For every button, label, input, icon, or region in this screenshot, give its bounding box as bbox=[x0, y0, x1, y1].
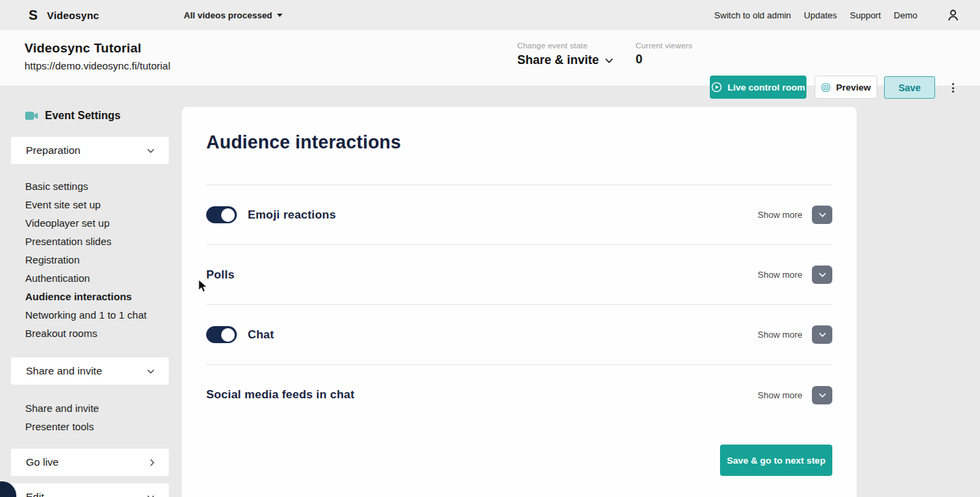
show-more-label[interactable]: Show more bbox=[757, 270, 802, 280]
current-viewers-value: 0 bbox=[636, 52, 693, 67]
feature-row-emoji-reactions: Emoji reactions Show more bbox=[206, 185, 832, 245]
feature-row-social-media-feeds: Social media feeds in chat Show more bbox=[206, 365, 832, 425]
section-edit[interactable]: Edit bbox=[11, 483, 169, 497]
preview-label: Preview bbox=[836, 82, 870, 93]
show-more-button[interactable] bbox=[812, 386, 832, 404]
save-button[interactable]: Save bbox=[884, 76, 935, 99]
chevron-down-icon bbox=[818, 272, 827, 278]
live-control-room-label: Live control room bbox=[728, 82, 805, 93]
show-more-label[interactable]: Show more bbox=[757, 390, 802, 400]
show-more-label[interactable]: Show more bbox=[757, 210, 802, 220]
link-switch-old-admin[interactable]: Switch to old admin bbox=[715, 10, 791, 20]
settings-sidebar: Event Settings Preparation Basic setting… bbox=[11, 110, 169, 497]
audience-interactions-panel: Audience interactions Emoji reactions Sh… bbox=[182, 107, 857, 497]
caret-down-icon bbox=[277, 14, 282, 17]
feature-row-chat: Chat Show more bbox=[206, 305, 832, 365]
preview-button[interactable]: Preview bbox=[815, 76, 877, 99]
page-title: Audience interactions bbox=[206, 107, 832, 153]
sidebar-item-networking-1to1-chat[interactable]: Networking and 1 to 1 chat bbox=[25, 306, 169, 324]
feature-label: Polls bbox=[206, 268, 235, 282]
section-edit-label: Edit bbox=[26, 491, 44, 497]
sidebar-item-breakout-rooms[interactable]: Breakout rooms bbox=[25, 324, 169, 342]
live-control-room-button[interactable]: Live control room bbox=[710, 76, 806, 99]
sidebar-title-label: Event Settings bbox=[45, 110, 120, 122]
event-head: Videosync Tutorial https://demo.videosyn… bbox=[24, 41, 170, 71]
more-options-kebab-icon[interactable] bbox=[947, 82, 959, 94]
sidebar-item-presenter-tools[interactable]: Presenter tools bbox=[25, 417, 169, 436]
sidebar-item-registration[interactable]: Registration bbox=[25, 251, 169, 269]
sidebar-item-videoplayer-set-up[interactable]: Videoplayer set up bbox=[25, 214, 169, 232]
section-go-live-label: Go live bbox=[26, 456, 59, 468]
event-state-dropdown[interactable]: Share & invite bbox=[517, 53, 614, 67]
video-status-label: All videos processed bbox=[184, 10, 272, 20]
section-preparation[interactable]: Preparation bbox=[11, 137, 169, 164]
sidebar-item-audience-interactions[interactable]: Audience interactions bbox=[25, 287, 169, 306]
link-updates[interactable]: Updates bbox=[804, 10, 836, 20]
chevron-down-icon bbox=[146, 148, 155, 154]
chevron-down-icon bbox=[818, 212, 827, 218]
play-circle-icon bbox=[711, 82, 722, 93]
sidebar-title: Event Settings bbox=[11, 110, 169, 122]
event-url[interactable]: https://demo.videosync.fi/tutorial bbox=[24, 60, 170, 71]
section-share-and-invite-label: Share and invite bbox=[26, 365, 102, 377]
chevron-down-icon bbox=[818, 392, 827, 398]
event-title: Videosync Tutorial bbox=[24, 41, 170, 56]
show-more-label[interactable]: Show more bbox=[757, 330, 802, 340]
event-state-value: Share & invite bbox=[517, 53, 599, 67]
chevron-down-icon bbox=[146, 494, 155, 497]
videosync-logo-icon: S bbox=[27, 7, 41, 22]
link-support[interactable]: Support bbox=[850, 10, 881, 20]
sidebar-item-presentation-slides[interactable]: Presentation slides bbox=[25, 232, 169, 251]
svg-text:S: S bbox=[29, 7, 37, 22]
event-header: Videosync Tutorial https://demo.videosyn… bbox=[0, 30, 980, 86]
toggle-knob bbox=[221, 328, 235, 342]
chevron-down-icon bbox=[818, 332, 827, 338]
sidebar-item-share-and-invite[interactable]: Share and invite bbox=[25, 399, 169, 417]
share-items: Share and invite Presenter tools bbox=[11, 399, 169, 436]
event-state-block: Change event state Share & invite bbox=[517, 42, 614, 67]
sidebar-item-event-site-set-up[interactable]: Event site set up bbox=[25, 195, 169, 214]
feature-label: Chat bbox=[248, 328, 274, 342]
show-more-button[interactable] bbox=[812, 325, 832, 344]
brand-name: Videosync bbox=[47, 10, 99, 21]
preparation-items: Basic settings Event site set up Videopl… bbox=[11, 177, 169, 342]
top-links: Switch to old admin Updates Support Demo bbox=[715, 9, 960, 22]
feature-row-polls: Polls Show more bbox=[206, 245, 832, 305]
save-and-next-button[interactable]: Save & go to next step bbox=[720, 445, 832, 476]
chevron-right-icon bbox=[149, 458, 155, 467]
top-bar: S Videosync All videos processed Switch … bbox=[0, 0, 980, 30]
emoji-reactions-toggle[interactable] bbox=[206, 206, 237, 223]
video-camera-icon bbox=[25, 111, 38, 121]
feature-label: Social media feeds in chat bbox=[206, 388, 355, 402]
show-more-button[interactable] bbox=[812, 266, 832, 284]
section-go-live[interactable]: Go live bbox=[11, 449, 169, 476]
chat-toggle[interactable] bbox=[206, 326, 237, 343]
event-state-label: Change event state bbox=[517, 42, 614, 50]
link-demo[interactable]: Demo bbox=[894, 10, 917, 20]
show-more-button[interactable] bbox=[812, 206, 832, 224]
preview-eye-icon bbox=[821, 82, 831, 93]
chevron-down-icon bbox=[146, 368, 155, 374]
current-viewers-block: Current viewers 0 bbox=[636, 42, 693, 67]
chevron-down-icon bbox=[604, 57, 614, 64]
section-share-and-invite[interactable]: Share and invite bbox=[11, 357, 169, 385]
current-viewers-label: Current viewers bbox=[636, 42, 693, 50]
sidebar-item-authentication[interactable]: Authentication bbox=[25, 269, 169, 287]
user-icon[interactable] bbox=[947, 9, 960, 22]
brand[interactable]: S Videosync bbox=[27, 7, 99, 22]
sidebar-item-basic-settings[interactable]: Basic settings bbox=[25, 177, 169, 195]
card-footer: Save & go to next step bbox=[206, 445, 832, 476]
toggle-knob bbox=[221, 208, 235, 222]
feature-label: Emoji reactions bbox=[248, 208, 336, 222]
video-status-dropdown[interactable]: All videos processed bbox=[184, 10, 282, 20]
section-preparation-label: Preparation bbox=[26, 144, 80, 157]
